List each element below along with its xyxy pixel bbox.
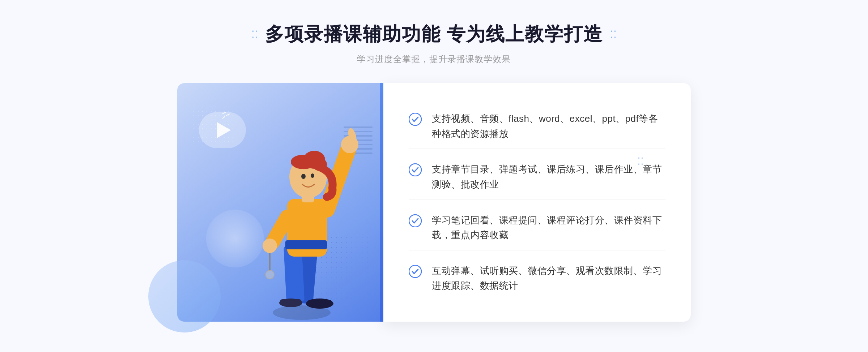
right-dots-decoration: ⁚⁚	[637, 155, 644, 167]
svg-point-15	[263, 239, 277, 253]
svg-point-23	[301, 174, 306, 179]
title-dots-left: ⁚⁚	[251, 29, 258, 40]
svg-line-14	[273, 217, 287, 242]
feature-text-3: 学习笔记回看、课程提问、课程评论打分、课件资料下载，重点内容收藏	[432, 213, 665, 243]
svg-rect-25	[285, 240, 327, 249]
spark-decoration	[221, 112, 235, 128]
check-icon-3	[409, 214, 422, 227]
svg-point-24	[311, 173, 314, 178]
svg-point-17	[265, 270, 274, 279]
svg-point-27	[409, 164, 421, 176]
svg-rect-9	[280, 299, 302, 305]
svg-point-28	[409, 215, 421, 227]
svg-line-2	[222, 116, 225, 119]
page-subtitle: 学习进度全掌握，提升录播课教学效果	[357, 53, 511, 65]
check-icon-4	[409, 265, 422, 278]
svg-line-0	[222, 112, 226, 114]
svg-rect-7	[307, 300, 332, 306]
feature-text-1: 支持视频、音频、flash、word、excel、ppt、pdf等各种格式的资源…	[432, 111, 665, 141]
page-container: ⁚⁚ 多项录播课辅助功能 专为线上教学打造 ⁚⁚ 学习进度全掌握，提升录播课教学…	[0, 0, 868, 352]
header-section: ⁚⁚ 多项录播课辅助功能 专为线上教学打造 ⁚⁚ 学习进度全掌握，提升录播课教学…	[251, 0, 617, 65]
page-title: 多项录播课辅助功能 专为线上教学打造	[265, 22, 603, 47]
feature-item-1: 支持视频、音频、flash、word、excel、ppt、pdf等各种格式的资源…	[409, 104, 665, 149]
svg-point-22	[291, 155, 316, 169]
feature-item-3: 学习笔记回看、课程提问、课程评论打分、课件资料下载，重点内容收藏	[409, 206, 665, 250]
check-icon-2	[409, 163, 422, 176]
feature-text-2: 支持章节目录、弹题考试、课后练习、课后作业、章节测验、批改作业	[432, 162, 665, 192]
svg-point-29	[409, 265, 421, 278]
feature-item-4: 互动弹幕、试听购买、微信分享、观看次数限制、学习进度跟踪、数据统计	[409, 256, 665, 301]
illustration-panel	[177, 83, 380, 322]
svg-point-26	[409, 113, 421, 125]
feature-item-2: 支持章节目录、弹题考试、课后练习、课后作业、章节测验、批改作业	[409, 155, 665, 199]
feature-text-4: 互动弹幕、试听购买、微信分享、观看次数限制、学习进度跟踪、数据统计	[432, 263, 665, 293]
person-illustration	[244, 112, 359, 322]
content-area: »	[145, 83, 723, 322]
features-panel: 支持视频、音频、flash、word、excel、ppt、pdf等各种格式的资源…	[383, 83, 691, 322]
features-left-bar	[380, 83, 383, 322]
svg-line-1	[226, 114, 230, 116]
title-dots-right: ⁚⁚	[610, 29, 617, 40]
blue-circle-decoration	[148, 260, 221, 332]
check-icon-1	[409, 113, 422, 126]
title-row: ⁚⁚ 多项录播课辅助功能 专为线上教学打造 ⁚⁚	[251, 22, 617, 47]
